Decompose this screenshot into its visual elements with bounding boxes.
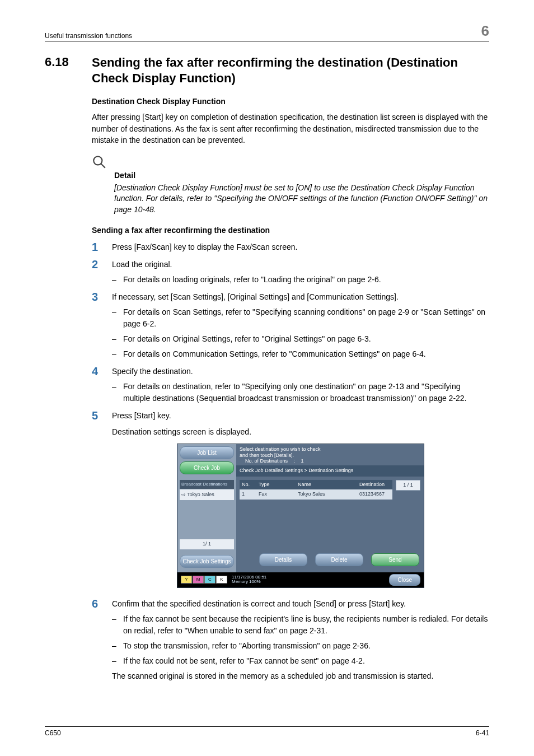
col-destination: Destination xyxy=(357,480,392,490)
destination-table: No. Type Name Destination 1 Fax xyxy=(240,480,392,500)
page-indicator: 1 / 1 xyxy=(396,480,420,491)
subheading-function: Destination Check Display Function xyxy=(92,96,489,107)
cell-no: 1 xyxy=(240,489,256,500)
step-sub: For details on loading originals, refer … xyxy=(112,274,489,286)
breadcrumb: Check Job Detailed Settings > Destinatio… xyxy=(236,465,424,477)
instruction-line: Select destination you wish to check xyxy=(240,446,420,452)
intro-paragraph: After pressing [Start] key on completion… xyxy=(92,111,489,146)
left-page-indicator: 1/ 1 xyxy=(180,539,234,549)
step-list: 1 Press [Fax/Scan] key to display the Fa… xyxy=(92,241,489,688)
step-number: 4 xyxy=(92,366,112,377)
separator: : xyxy=(294,458,296,464)
toner-indicator: Y M C K xyxy=(181,576,227,584)
col-name: Name xyxy=(296,480,357,490)
step-sub: For details on Communication Settings, r… xyxy=(112,348,489,360)
step-number: 1 xyxy=(92,241,112,253)
running-head-left: Useful transmission functions xyxy=(45,32,132,40)
step-sub: If the fax could not be sent, refer to "… xyxy=(112,655,489,667)
step-text: If necessary, set [Scan Settings], [Orig… xyxy=(112,292,399,301)
send-button[interactable]: Send xyxy=(371,553,419,566)
close-button[interactable]: Close xyxy=(389,574,420,586)
step-text: Specify the destination. xyxy=(112,367,193,376)
step-text: Press [Fax/Scan] key to display the Fax/… xyxy=(112,242,297,251)
step-body: If necessary, set [Scan Settings], [Orig… xyxy=(112,291,489,360)
step-sub: If the fax cannot be sent because the re… xyxy=(112,613,489,637)
step-body: Press [Start] key. Destination settings … xyxy=(112,410,489,592)
section-number: 6.18 xyxy=(45,55,92,69)
footer-left: C650 xyxy=(45,729,61,737)
toner-c-icon: C xyxy=(204,576,216,584)
step-body: Load the original. For details on loadin… xyxy=(112,259,489,286)
memory-line: Memory 100% xyxy=(232,580,266,585)
screenshot-destination-settings: Job List Check Job Broadcast Destination… xyxy=(177,444,424,588)
dest-count-label: No. of Destinations xyxy=(245,458,288,464)
section-title: Sending the fax after reconfirming the d… xyxy=(92,55,489,86)
footer-right: 6-41 xyxy=(476,729,489,737)
datetime-memory: 11/17/2006 08:51 Memory 100% xyxy=(232,575,266,585)
job-list-button[interactable]: Job List xyxy=(180,446,234,459)
instruction-line: and then touch [Details]. xyxy=(240,452,420,459)
col-type: Type xyxy=(256,480,296,490)
cell-destination: 031234567 xyxy=(357,489,392,500)
subheading-procedure: Sending a fax after reconfirming the des… xyxy=(92,225,489,236)
step-sub: For details on Scan Settings, refer to "… xyxy=(112,306,489,330)
detail-label: Detail xyxy=(114,170,489,181)
svg-point-0 xyxy=(93,156,102,165)
step-body: Confirm that the specified destination i… xyxy=(112,598,489,688)
check-job-settings-button[interactable]: Check Job Settings xyxy=(180,555,234,568)
destination-list-item[interactable]: ⇨ Tokyo Sales xyxy=(180,489,234,501)
step-after: Destination settings screen is displayed… xyxy=(112,426,489,438)
col-no: No. xyxy=(240,480,256,490)
cell-name: Tokyo Sales xyxy=(296,489,357,500)
detail-text: [Destination Check Display Function] mus… xyxy=(114,183,489,216)
step-sub: For details on destination, refer to "Sp… xyxy=(112,381,489,404)
instruction-text: Select destination you wish to check and… xyxy=(236,444,424,465)
cell-type: Fax xyxy=(256,489,296,500)
table-row[interactable]: 1 Fax Tokyo Sales 031234567 xyxy=(240,489,392,500)
page-footer: C650 6-41 xyxy=(45,726,489,737)
step-text: Confirm that the specified destination i… xyxy=(112,599,406,608)
status-bar: Y M C K 11/17/2006 08:51 Memory 100% Clo… xyxy=(177,572,424,587)
step-number: 6 xyxy=(92,598,112,609)
step-number: 5 xyxy=(92,410,112,421)
dest-count-value: 1 xyxy=(301,458,304,464)
toner-m-icon: M xyxy=(193,576,204,584)
step-sub: For details on Original Settings, refer … xyxy=(112,333,489,345)
section-heading: 6.18 Sending the fax after reconfirming … xyxy=(45,55,489,86)
check-job-button[interactable]: Check Job xyxy=(180,461,234,474)
step-number: 3 xyxy=(92,291,112,302)
step-sub: To stop the transmission, refer to "Abor… xyxy=(112,640,489,652)
step-text: Load the original. xyxy=(112,260,172,269)
svg-line-1 xyxy=(101,164,105,168)
step-text: Press [Start] key. xyxy=(112,411,171,420)
detail-note: Detail [Destination Check Display Functi… xyxy=(92,155,489,215)
delete-button[interactable]: Delete xyxy=(315,553,363,566)
details-button[interactable]: Details xyxy=(259,553,307,566)
toner-y-icon: Y xyxy=(181,576,192,584)
magnifier-icon xyxy=(92,155,106,172)
broadcast-destinations-label: Broadcast Destinations xyxy=(180,480,234,489)
step-body: Press [Fax/Scan] key to display the Fax/… xyxy=(112,241,489,253)
step-after: The scanned original is stored in the me… xyxy=(112,670,489,682)
step-number: 2 xyxy=(92,259,112,270)
chapter-number: 6 xyxy=(481,22,489,40)
toner-k-icon: K xyxy=(216,576,227,584)
step-body: Specify the destination. For details on … xyxy=(112,366,489,404)
running-head: Useful transmission functions 6 xyxy=(45,22,489,41)
